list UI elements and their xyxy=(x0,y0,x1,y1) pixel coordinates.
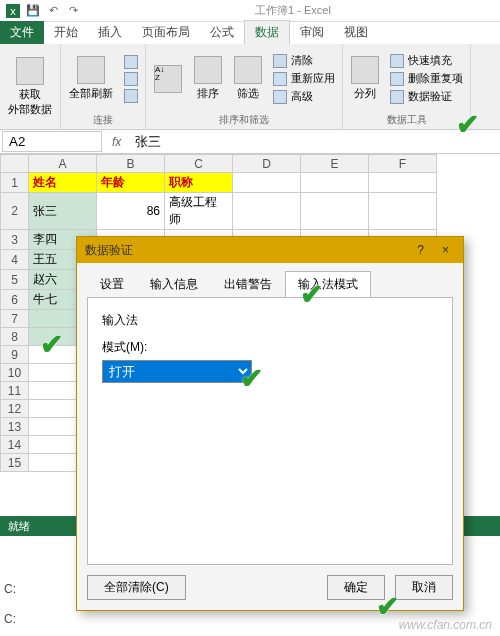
data-validation-dialog: 数据验证 ? × 设置 输入信息 出错警告 输入法模式 输入法 模式(M): 打… xyxy=(76,236,464,611)
properties-button[interactable] xyxy=(121,71,141,87)
mode-label: 模式(M): xyxy=(102,339,438,356)
sort-az-button[interactable]: A↓Z xyxy=(150,63,186,95)
footer-text: C: xyxy=(4,612,16,626)
dialog-tab-error[interactable]: 出错警告 xyxy=(211,271,285,298)
flash-fill-button[interactable]: 快速填充 xyxy=(387,52,466,69)
tab-review[interactable]: 审阅 xyxy=(290,21,334,44)
sort-az-icon: A↓Z xyxy=(154,65,182,93)
formula-bar[interactable] xyxy=(129,132,500,151)
excel-icon: x xyxy=(6,4,20,18)
data-validation-button[interactable]: 数据验证 xyxy=(387,88,466,105)
cell-b1[interactable]: 年龄 xyxy=(97,173,165,193)
reapply-button[interactable]: 重新应用 xyxy=(270,70,338,87)
connections-button[interactable] xyxy=(121,54,141,70)
dialog-tab-settings[interactable]: 设置 xyxy=(87,271,137,298)
cell-b2[interactable]: 86 xyxy=(97,193,165,230)
cell-a1[interactable]: 姓名 xyxy=(29,173,97,193)
database-icon xyxy=(16,57,44,85)
ime-mode-select[interactable]: 打开 xyxy=(102,360,252,383)
redo-icon[interactable]: ↷ xyxy=(66,4,80,18)
watermark: www.cfan.com.cn xyxy=(399,618,492,632)
tab-view[interactable]: 视图 xyxy=(334,21,378,44)
advanced-icon xyxy=(273,90,287,104)
cell-c1[interactable]: 职称 xyxy=(165,173,233,193)
window-title: 工作簿1 - Excel xyxy=(86,3,500,18)
sort-icon xyxy=(194,56,222,84)
reapply-icon xyxy=(273,72,287,86)
tab-home[interactable]: 开始 xyxy=(44,21,88,44)
dialog-close-button[interactable]: × xyxy=(436,243,455,257)
sort-button[interactable]: 排序 xyxy=(190,54,226,103)
undo-icon[interactable]: ↶ xyxy=(46,4,60,18)
ok-button[interactable]: 确定 xyxy=(327,575,385,600)
tab-formula[interactable]: 公式 xyxy=(200,21,244,44)
dialog-tab-input[interactable]: 输入信息 xyxy=(137,271,211,298)
remove-duplicates-button[interactable]: 删除重复项 xyxy=(387,70,466,87)
dialog-help-button[interactable]: ? xyxy=(411,243,430,257)
filter-button[interactable]: 筛选 xyxy=(230,54,266,103)
clear-icon xyxy=(273,54,287,68)
clear-all-button[interactable]: 全部清除(C) xyxy=(87,575,186,600)
editlinks-button[interactable] xyxy=(121,88,141,104)
cancel-button[interactable]: 取消 xyxy=(395,575,453,600)
cell-c2[interactable]: 高级工程师 xyxy=(165,193,233,230)
save-icon[interactable]: 💾 xyxy=(26,4,40,18)
status-text: 就绪 xyxy=(8,519,30,534)
tab-file[interactable]: 文件 xyxy=(0,21,44,44)
refresh-all-button[interactable]: 全部刷新 xyxy=(65,54,117,103)
dup-icon xyxy=(390,72,404,86)
columns-icon xyxy=(351,56,379,84)
refresh-icon xyxy=(77,56,105,84)
footer-text: C: xyxy=(4,582,16,596)
tab-data[interactable]: 数据 xyxy=(244,20,290,44)
funnel-icon xyxy=(234,56,262,84)
name-box[interactable] xyxy=(2,131,102,152)
cell-a2[interactable]: 张三 xyxy=(29,193,97,230)
text-to-columns-button[interactable]: 分列 xyxy=(347,54,383,103)
get-external-data-button[interactable]: 获取 外部数据 xyxy=(4,55,56,119)
tab-insert[interactable]: 插入 xyxy=(88,21,132,44)
clear-filter-button[interactable]: 清除 xyxy=(270,52,338,69)
tab-layout[interactable]: 页面布局 xyxy=(132,21,200,44)
advanced-filter-button[interactable]: 高级 xyxy=(270,88,338,105)
dialog-tab-ime[interactable]: 输入法模式 xyxy=(285,271,371,298)
validation-icon xyxy=(390,90,404,104)
flash-icon xyxy=(390,54,404,68)
ime-section-label: 输入法 xyxy=(102,312,438,329)
dialog-title: 数据验证 xyxy=(85,242,411,259)
fx-icon[interactable]: fx xyxy=(104,135,129,149)
